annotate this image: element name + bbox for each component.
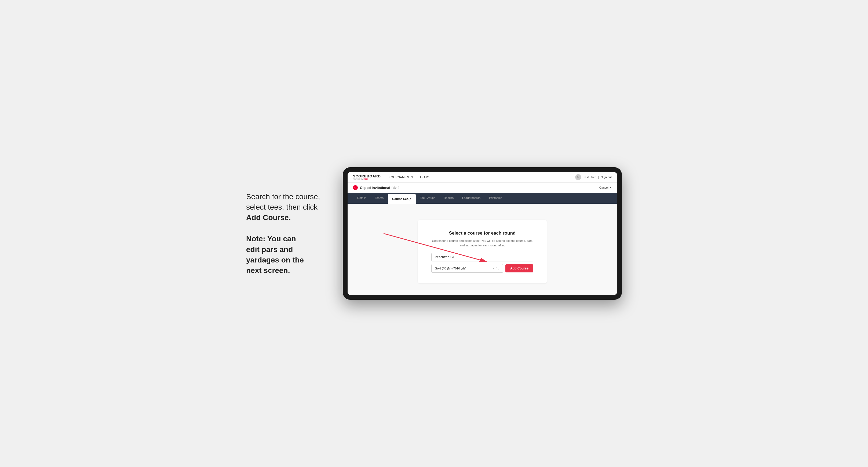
add-course-button[interactable]: Add Course bbox=[505, 264, 533, 272]
tee-select-controls: × ⌃⌄ bbox=[493, 267, 500, 270]
instruction-bold: Add Course. bbox=[246, 213, 291, 222]
tee-select-value: Gold (M) (M) (7010 yds) bbox=[435, 267, 466, 270]
tournament-header: C Clippd Invitational (Men) Cancel ✕ bbox=[348, 183, 617, 193]
sign-out-link[interactable]: Sign out bbox=[601, 176, 612, 179]
tournament-icon: C bbox=[353, 185, 358, 190]
tab-printables[interactable]: Printables bbox=[485, 193, 506, 204]
tee-clear-button[interactable]: × bbox=[493, 267, 494, 270]
tab-results[interactable]: Results bbox=[439, 193, 458, 204]
tournament-name: Clippd Invitational bbox=[360, 186, 390, 190]
tab-teams[interactable]: Teams bbox=[371, 193, 388, 204]
tee-select-row: Gold (M) (M) (7010 yds) × ⌃⌄ Add Course bbox=[431, 264, 533, 273]
course-search-input[interactable] bbox=[431, 253, 533, 261]
top-nav-links: TOURNAMENTS TEAMS bbox=[389, 176, 567, 179]
top-nav: SCOREBOARD Powered by clippd TOURNAMENTS… bbox=[348, 172, 617, 183]
note-text: Note: You canedit pars andyardages on th… bbox=[246, 234, 327, 276]
instructions-panel: Search for the course, select tees, then… bbox=[246, 191, 327, 276]
card-title: Select a course for each round bbox=[431, 230, 533, 236]
user-label: Test User bbox=[583, 176, 596, 179]
tournament-sub: (Men) bbox=[392, 186, 399, 189]
tab-bar: Details Teams Course Setup Tee Groups Re… bbox=[348, 193, 617, 204]
tab-details[interactable]: Details bbox=[353, 193, 371, 204]
main-content: Select a course for each round Search fo… bbox=[348, 204, 617, 295]
tablet-frame: SCOREBOARD Powered by clippd TOURNAMENTS… bbox=[343, 167, 622, 300]
course-setup-card: Select a course for each round Search fo… bbox=[418, 220, 547, 283]
tab-leaderboards[interactable]: Leaderboards bbox=[458, 193, 485, 204]
tee-arrows-icon: ⌃⌄ bbox=[495, 267, 500, 270]
tee-select[interactable]: Gold (M) (M) (7010 yds) × ⌃⌄ bbox=[431, 264, 503, 273]
brand: SCOREBOARD Powered by clippd bbox=[353, 175, 381, 180]
page-wrapper: Search for the course, select tees, then… bbox=[246, 167, 622, 300]
nav-separator: | bbox=[598, 176, 599, 179]
cancel-button[interactable]: Cancel ✕ bbox=[599, 186, 612, 189]
instruction-text: Search for the course, select tees, then… bbox=[246, 191, 327, 223]
user-avatar: U bbox=[575, 174, 581, 180]
top-nav-right: U Test User | Sign out bbox=[575, 174, 612, 180]
nav-teams[interactable]: TEAMS bbox=[420, 176, 430, 179]
brand-sub: Powered by clippd bbox=[353, 178, 381, 180]
tablet-screen: SCOREBOARD Powered by clippd TOURNAMENTS… bbox=[348, 172, 617, 295]
tab-course-setup[interactable]: Course Setup bbox=[388, 194, 416, 204]
card-desc: Search for a course and select a tee. Yo… bbox=[431, 239, 533, 247]
tab-tee-groups[interactable]: Tee Groups bbox=[416, 193, 440, 204]
brand-name: SCOREBOARD bbox=[353, 175, 381, 178]
nav-tournaments[interactable]: TOURNAMENTS bbox=[389, 176, 413, 179]
